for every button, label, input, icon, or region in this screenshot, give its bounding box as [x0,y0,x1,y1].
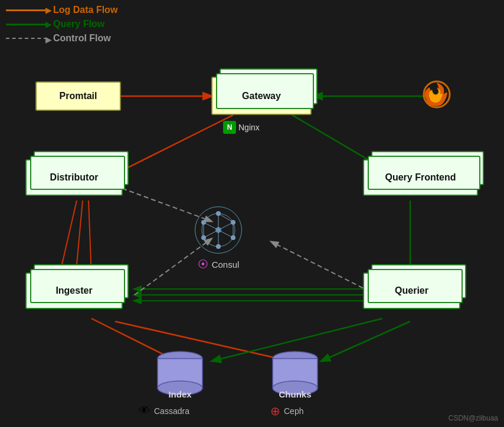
svg-line-31 [204,230,218,238]
svg-line-28 [218,222,233,230]
svg-line-33 [218,214,233,222]
cassadra-node: 👁 Cassadra [139,404,189,418]
queryfrontend-node: Query Frontend [363,159,478,196]
nginx-label: Nginx [238,123,260,132]
ingester-node: Ingester [25,272,123,309]
promtail-node: Promtail [35,81,121,111]
legend-control: Control Flow [6,33,117,44]
index-label: Index [168,389,191,399]
control-flow-label: Control Flow [53,33,111,44]
chunks-node: Chunks [269,348,322,399]
svg-line-14 [322,321,410,361]
gateway-label: Gateway [242,91,281,101]
arrows-overlay [0,0,504,427]
control-flow-line [6,38,47,39]
grafana-icon [419,77,454,112]
main-container: Log Data Flow Query Flow Control Flow [0,0,504,427]
querier-node: Querier [363,272,460,309]
promtail-label: Promtail [59,91,97,101]
query-flow-line [6,24,47,25]
query-flow-label: Query Flow [53,19,104,29]
querier-label: Querier [395,285,428,296]
queryfrontend-label: Query Frontend [385,172,456,183]
legend-log: Log Data Flow [6,5,117,15]
svg-line-32 [204,222,218,230]
ingester-label: Ingester [55,285,92,296]
consul-node: ⦿ Consul [195,206,242,271]
distributor-node: Distributor [25,159,123,196]
watermark: CSDN@zlibuaa [449,414,498,422]
legend-query: Query Flow [6,19,117,29]
chunks-label: Chunks [279,389,311,399]
legend: Log Data Flow Query Flow Control Flow [6,5,117,44]
consul-circle [195,206,242,254]
index-node: Index [153,348,207,399]
svg-line-29 [218,230,233,238]
distributor-label: Distributor [50,172,99,183]
ceph-node: ⊕ Ceph [270,404,303,418]
cassadra-label: Cassadra [154,406,189,416]
svg-line-16 [271,242,377,295]
gateway-node: Gateway [211,77,312,115]
svg-line-2 [115,115,233,174]
consul-label: Consul [212,260,240,270]
nginx-icon: N [223,121,236,134]
ceph-label: Ceph [284,406,303,416]
log-flow-label: Log Data Flow [53,5,117,15]
log-flow-line [6,9,47,11]
nginx-badge: N Nginx [223,121,260,134]
